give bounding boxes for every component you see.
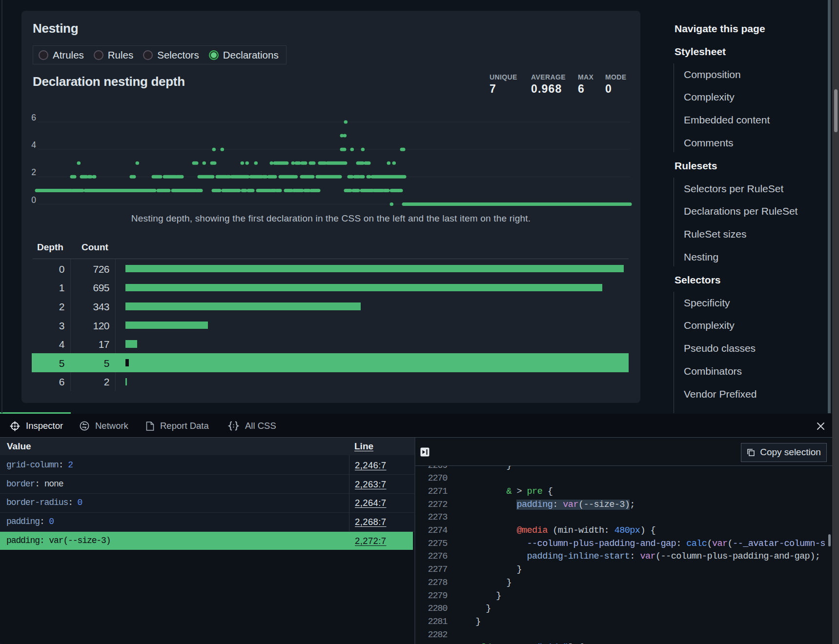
svg-text:2: 2	[31, 167, 36, 177]
svg-text:0: 0	[31, 195, 36, 205]
svg-text:6: 6	[31, 113, 36, 122]
svg-text:4: 4	[31, 140, 36, 150]
